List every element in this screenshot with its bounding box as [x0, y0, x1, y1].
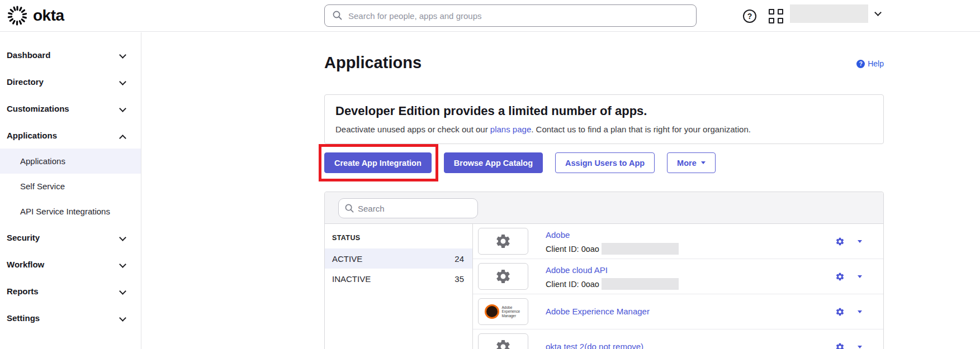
okta-wordmark: okta	[33, 7, 64, 25]
create-app-integration-button[interactable]: Create App Integration	[324, 152, 432, 173]
chevron-down-icon	[119, 51, 126, 59]
help-circle-icon[interactable]: ?	[743, 9, 756, 23]
chevron-down-icon	[119, 288, 126, 295]
more-button-label: More	[677, 159, 697, 168]
app-actions-caret-icon[interactable]	[858, 346, 862, 348]
client-id-label: Client ID: 0oao	[546, 245, 599, 254]
aem-logo-text: Adobe Experience Manager	[502, 305, 522, 318]
client-id-label: Client ID: 0oao	[546, 280, 599, 289]
help-info-icon: ?	[856, 60, 865, 68]
app-logo-box	[478, 228, 528, 255]
sidebar-item-settings[interactable]: Settings	[0, 304, 141, 331]
redacted-client-id	[602, 243, 679, 255]
status-filter-label: INACTIVE	[332, 274, 371, 284]
table-row-adobe: Adobe Client ID: 0oao	[473, 224, 883, 259]
okta-logo[interactable]: okta	[7, 5, 64, 26]
banner-text-before: Deactivate unused apps or check out our	[335, 125, 490, 134]
sidebar-subitem-label: Applications	[20, 156, 65, 166]
main-content: Applications ? Help Developer Edition pr…	[141, 32, 980, 349]
plans-page-link[interactable]: plans page	[490, 125, 531, 134]
banner-title: Developer Edition provides a limited num…	[335, 104, 873, 118]
app-settings-gear-icon[interactable]	[835, 272, 845, 281]
aem-logo: Adobe Experience Manager	[485, 304, 522, 319]
sidebar-item-label: Directory	[7, 77, 44, 87]
sidebar-nav: Dashboard Directory Customizations Appli…	[0, 32, 141, 349]
global-search-input[interactable]	[348, 5, 689, 26]
sidebar-item-label: Workflow	[7, 260, 44, 269]
sidebar-item-applications[interactable]: Applications	[0, 122, 141, 149]
app-link[interactable]: okta test 2(do not remove)	[546, 342, 643, 349]
app-actions-caret-icon[interactable]	[858, 240, 862, 243]
app-actions-caret-icon[interactable]	[858, 310, 862, 313]
redacted-client-id	[602, 278, 679, 290]
status-filter-column: STATUS ACTIVE 24 INACTIVE 35	[325, 224, 473, 349]
chevron-down-icon	[119, 78, 126, 85]
sidebar-item-reports[interactable]: Reports	[0, 278, 141, 304]
chevron-down-icon	[119, 105, 126, 112]
search-icon	[333, 11, 342, 20]
browse-app-catalog-button[interactable]: Browse App Catalog	[444, 152, 543, 173]
apps-grid-icon[interactable]	[769, 9, 783, 23]
app-link[interactable]: Adobe cloud API	[546, 265, 608, 275]
sidebar-item-dashboard[interactable]: Dashboard	[0, 41, 141, 68]
sidebar-subitem-label: Self Service	[20, 181, 65, 191]
sidebar-item-security[interactable]: Security	[0, 224, 141, 251]
status-filter-inactive[interactable]: INACTIVE 35	[325, 269, 472, 289]
banner-text: Deactivate unused apps or check out our …	[335, 125, 873, 134]
status-column-header: STATUS	[325, 234, 472, 248]
sidebar-subitem-self-service[interactable]: Self Service	[0, 174, 141, 199]
sidebar-subitem-applications[interactable]: Applications	[0, 149, 141, 174]
sidebar-item-customizations[interactable]: Customizations	[0, 95, 141, 122]
sidebar-item-label: Security	[7, 233, 40, 242]
status-filter-label: ACTIVE	[332, 254, 362, 264]
table-row-okta-test: okta test 2(do not remove)	[473, 329, 883, 349]
page-title: Applications	[324, 54, 422, 72]
table-header-band	[325, 192, 883, 224]
global-search	[324, 4, 697, 27]
table-search	[338, 198, 478, 218]
sidebar-item-label: Reports	[7, 286, 39, 296]
developer-edition-banner: Developer Edition provides a limited num…	[324, 94, 884, 144]
app-logo-box	[478, 263, 528, 290]
chevron-up-icon	[119, 135, 126, 142]
gear-app-icon	[495, 268, 512, 285]
status-filter-count: 35	[455, 274, 464, 284]
app-link[interactable]: Adobe	[546, 230, 570, 240]
table-row-adobe-experience-manager: Adobe Experience Manager Adobe Experienc…	[473, 294, 883, 329]
status-filter-count: 24	[455, 254, 464, 264]
sidebar-subitem-api-service-integrations[interactable]: API Service Integrations	[0, 199, 141, 224]
applications-list: Adobe Client ID: 0oao Adobe cloud API	[473, 224, 883, 349]
account-chevron-down-icon[interactable]	[874, 9, 882, 16]
sidebar-item-workflow[interactable]: Workflow	[0, 251, 141, 278]
gear-app-icon	[495, 233, 512, 250]
gear-app-icon	[495, 338, 512, 349]
chevron-down-icon	[119, 261, 126, 268]
status-filter-active[interactable]: ACTIVE 24	[325, 248, 472, 269]
search-icon	[345, 204, 354, 213]
sidebar-item-label: Settings	[7, 313, 40, 323]
dropdown-caret-icon	[701, 161, 706, 164]
banner-text-after: . Contact us to find a plan that is righ…	[531, 125, 751, 134]
app-settings-gear-icon[interactable]	[835, 307, 845, 317]
app-settings-gear-icon[interactable]	[835, 237, 845, 246]
more-button[interactable]: More	[667, 152, 716, 173]
app-actions-caret-icon[interactable]	[858, 275, 862, 278]
sidebar-item-directory[interactable]: Directory	[0, 68, 141, 95]
assign-users-to-app-button[interactable]: Assign Users to App	[555, 152, 655, 173]
aem-logo-icon	[485, 304, 499, 319]
app-logo-box: Adobe Experience Manager	[478, 298, 528, 325]
app-link[interactable]: Adobe Experience Manager	[546, 307, 650, 316]
sidebar-item-label: Customizations	[7, 104, 69, 113]
help-link-label: Help	[868, 59, 884, 68]
client-id-line: Client ID: 0oao	[546, 243, 679, 255]
sidebar-item-label: Dashboard	[7, 50, 50, 60]
sidebar-item-label: Applications	[7, 131, 57, 140]
redacted-user-info	[790, 4, 868, 23]
chevron-down-icon	[119, 234, 126, 241]
help-link[interactable]: ? Help	[856, 59, 884, 68]
sidebar-subitem-label: API Service Integrations	[20, 207, 110, 216]
table-search-input[interactable]	[358, 199, 472, 218]
app-settings-gear-icon[interactable]	[835, 342, 845, 349]
applications-table: STATUS ACTIVE 24 INACTIVE 35	[324, 192, 884, 349]
client-id-line: Client ID: 0oao	[546, 278, 679, 290]
